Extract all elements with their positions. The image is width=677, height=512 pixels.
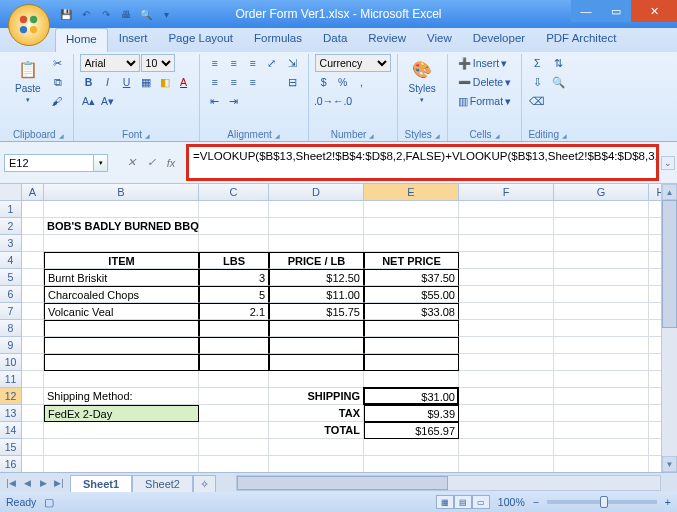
underline-button[interactable]: U <box>118 73 136 91</box>
cell-A9[interactable] <box>22 337 44 354</box>
row-header-6[interactable]: 6 <box>0 286 22 303</box>
zoom-in-button[interactable]: + <box>665 496 671 508</box>
qat-customize-icon[interactable]: ▾ <box>158 6 174 22</box>
cell-A13[interactable] <box>22 405 44 422</box>
spreadsheet-grid[interactable]: ABCDEFGH 12345678910111213141516 BOB'S B… <box>0 184 677 512</box>
cell-D7[interactable]: $15.75 <box>269 303 364 320</box>
copy-button[interactable]: ⧉ <box>49 73 67 91</box>
minimize-button[interactable]: — <box>571 0 601 22</box>
tab-insert[interactable]: Insert <box>109 28 158 52</box>
cell-B15[interactable] <box>44 439 199 456</box>
cell-E13[interactable]: $9.39 <box>364 405 459 422</box>
cell-D14[interactable]: TOTAL <box>269 422 364 439</box>
cell-E10[interactable] <box>364 354 459 371</box>
cell-D3[interactable] <box>269 235 364 252</box>
cell-C10[interactable] <box>199 354 269 371</box>
cell-B13[interactable]: FedEx 2-Day <box>44 405 199 422</box>
align-bottom-button[interactable]: ≡ <box>244 54 262 72</box>
cell-F15[interactable] <box>459 439 554 456</box>
wrap-text-button[interactable]: ⇲ <box>284 54 302 72</box>
normal-view-button[interactable]: ▦ <box>436 495 454 509</box>
cell-G3[interactable] <box>554 235 649 252</box>
align-center-button[interactable]: ≡ <box>225 73 243 91</box>
font-color-button[interactable]: A <box>175 73 193 91</box>
new-sheet-button[interactable]: ✧ <box>193 475 216 493</box>
cell-E8[interactable] <box>364 320 459 337</box>
tab-home[interactable]: Home <box>55 28 108 52</box>
scroll-down-button[interactable]: ▼ <box>662 456 677 472</box>
cell-F12[interactable] <box>459 388 554 405</box>
row-header-3[interactable]: 3 <box>0 235 22 252</box>
cell-E1[interactable] <box>364 201 459 218</box>
cell-B3[interactable] <box>44 235 199 252</box>
cell-F6[interactable] <box>459 286 554 303</box>
cell-D10[interactable] <box>269 354 364 371</box>
cell-E5[interactable]: $37.50 <box>364 269 459 286</box>
tab-page-layout[interactable]: Page Layout <box>158 28 243 52</box>
cell-F2[interactable] <box>459 218 554 235</box>
cell-F10[interactable] <box>459 354 554 371</box>
maximize-button[interactable]: ▭ <box>601 0 631 22</box>
scroll-up-button[interactable]: ▲ <box>662 184 677 200</box>
align-right-button[interactable]: ≡ <box>244 73 262 91</box>
name-box-dropdown[interactable]: ▾ <box>94 154 108 172</box>
cell-G4[interactable] <box>554 252 649 269</box>
cell-G9[interactable] <box>554 337 649 354</box>
cell-F5[interactable] <box>459 269 554 286</box>
cell-C8[interactable] <box>199 320 269 337</box>
cell-E12[interactable]: $31.00 <box>364 388 459 405</box>
format-cells-button[interactable]: ▥Format ▾ <box>454 92 515 110</box>
cell-B1[interactable] <box>44 201 199 218</box>
cell-D1[interactable] <box>269 201 364 218</box>
cell-F9[interactable] <box>459 337 554 354</box>
cell-B14[interactable] <box>44 422 199 439</box>
cell-F11[interactable] <box>459 371 554 388</box>
align-top-button[interactable]: ≡ <box>206 54 224 72</box>
redo-icon[interactable]: ↷ <box>98 6 114 22</box>
cell-D11[interactable] <box>269 371 364 388</box>
cell-D6[interactable]: $11.00 <box>269 286 364 303</box>
print-icon[interactable]: 🖶 <box>118 6 134 22</box>
cell-E11[interactable] <box>364 371 459 388</box>
cell-A3[interactable] <box>22 235 44 252</box>
cell-A1[interactable] <box>22 201 44 218</box>
cell-E7[interactable]: $33.08 <box>364 303 459 320</box>
cell-G10[interactable] <box>554 354 649 371</box>
column-header-D[interactable]: D <box>269 184 364 201</box>
bold-button[interactable]: B <box>80 73 98 91</box>
tab-review[interactable]: Review <box>358 28 416 52</box>
cell-B2[interactable]: BOB'S BADLY BURNED BBQ <box>44 218 199 235</box>
row-header-4[interactable]: 4 <box>0 252 22 269</box>
zoom-out-button[interactable]: − <box>533 496 539 508</box>
vscroll-thumb[interactable] <box>662 200 677 328</box>
cell-A8[interactable] <box>22 320 44 337</box>
row-header-14[interactable]: 14 <box>0 422 22 439</box>
column-header-B[interactable]: B <box>44 184 199 201</box>
enter-formula-button[interactable]: ✓ <box>142 154 160 172</box>
cell-A4[interactable] <box>22 252 44 269</box>
column-header-F[interactable]: F <box>459 184 554 201</box>
cell-A10[interactable] <box>22 354 44 371</box>
zoom-slider[interactable] <box>547 500 657 504</box>
cell-G14[interactable] <box>554 422 649 439</box>
cell-G7[interactable] <box>554 303 649 320</box>
row-header-7[interactable]: 7 <box>0 303 22 320</box>
formula-input[interactable]: =VLOOKUP($B$13,Sheet2!$B$4:$D$8,2,FALSE)… <box>186 144 659 181</box>
cell-E14[interactable]: $165.97 <box>364 422 459 439</box>
page-layout-view-button[interactable]: ▤ <box>454 495 472 509</box>
cell-E4[interactable]: NET PRICE <box>364 252 459 269</box>
grow-font-button[interactable]: A▴ <box>80 92 98 110</box>
cell-G12[interactable] <box>554 388 649 405</box>
cell-B5[interactable]: Burnt Briskit <box>44 269 199 286</box>
cells-area[interactable]: BOB'S BADLY BURNED BBQITEMLBSPRICE / LBN… <box>22 201 673 473</box>
cell-G5[interactable] <box>554 269 649 286</box>
number-format-select[interactable]: Currency <box>315 54 391 72</box>
orientation-button[interactable]: ⤢ <box>263 54 281 72</box>
cell-E2[interactable] <box>364 218 459 235</box>
cell-C13[interactable] <box>199 405 269 422</box>
italic-button[interactable]: I <box>99 73 117 91</box>
column-header-C[interactable]: C <box>199 184 269 201</box>
cell-B12[interactable]: Shipping Method: <box>44 388 199 405</box>
sheet-tab-1[interactable]: Sheet1 <box>70 475 132 492</box>
cell-B11[interactable] <box>44 371 199 388</box>
